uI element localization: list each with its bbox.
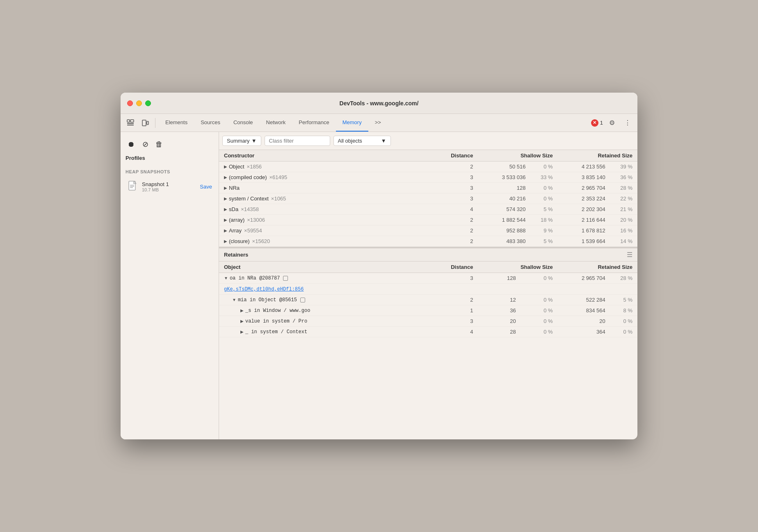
shallow-pct-cell: 0 % bbox=[527, 183, 557, 193]
retainer-distance: 3 bbox=[418, 273, 478, 284]
table-row[interactable]: ▶ (array) ×13006 2 1 882 544 18 % 2 116 … bbox=[219, 215, 637, 225]
list-item[interactable]: ▶ value in system / Pro 3 20 0 % 20 0 % bbox=[219, 316, 637, 327]
constructor-table-body: ▶ Object ×1856 2 50 516 0 % 4 213 556 39… bbox=[219, 161, 637, 247]
retainer-retained-pct: 0 % bbox=[607, 316, 637, 327]
error-badge[interactable]: ✕ 1 bbox=[591, 119, 603, 127]
retained-pct-cell: 16 % bbox=[607, 225, 637, 236]
expand-icon[interactable]: ▶ bbox=[224, 186, 227, 190]
constructor-name: system / Context bbox=[229, 196, 269, 202]
toolbar-separator bbox=[155, 118, 155, 128]
table-row[interactable]: ▶ (compiled code) ×61495 3 3 533 036 33 … bbox=[219, 172, 637, 183]
settings-icon[interactable]: ⚙ bbox=[605, 116, 619, 130]
more-icon[interactable]: ⋮ bbox=[621, 116, 634, 130]
sidebar: ⏺ ⊘ 🗑 Profiles HEAP SNAPSHOTS bbox=[121, 132, 219, 439]
list-item[interactable]: ▶ _ in system / Context 4 28 0 % 364 0 % bbox=[219, 327, 637, 337]
svg-rect-9 bbox=[130, 187, 133, 188]
expand-icon[interactable]: ▶ bbox=[240, 330, 244, 334]
retainer-object: mia in Object @85615 bbox=[238, 297, 297, 303]
devtools-window: DevTools - www.google.com/ Elements Sour… bbox=[121, 93, 637, 439]
expand-icon[interactable]: ▼ bbox=[232, 298, 236, 302]
shallow-size-cell: 3 533 036 bbox=[478, 172, 527, 183]
retainer-object-cell: ▶ value in system / Pro bbox=[219, 316, 418, 327]
memory-action-icons: ⏺ ⊘ 🗑 bbox=[126, 139, 214, 150]
constructor-cell: ▶ NRa bbox=[219, 183, 418, 193]
retained-size-cell: 2 965 704 bbox=[558, 183, 607, 193]
svg-rect-5 bbox=[147, 121, 148, 125]
table-row[interactable]: ▶ sDa ×14358 4 574 320 5 % 2 202 304 21 … bbox=[219, 204, 637, 215]
shallow-pct-cell: 5 % bbox=[527, 236, 557, 247]
close-button[interactable] bbox=[127, 100, 133, 106]
retainer-retained-pct: 8 % bbox=[607, 305, 637, 316]
constructor-table-header: Constructor Distance Shallow Size Retain… bbox=[219, 150, 637, 161]
expand-icon[interactable]: ▶ bbox=[224, 196, 227, 201]
shallow-size-cell: 483 380 bbox=[478, 236, 527, 247]
snapshot-name: Snapshot 1 bbox=[142, 181, 196, 187]
list-item[interactable]: ▼ oa in NRa @208787 3 128 0 % 2 965 704 … bbox=[219, 273, 637, 284]
expand-icon[interactable]: ▶ bbox=[224, 207, 227, 211]
constructor-name: (compiled code) bbox=[229, 174, 267, 180]
heap-snapshots-title: HEAP SNAPSHOTS bbox=[126, 169, 214, 174]
class-filter-input[interactable] bbox=[265, 136, 330, 146]
retainer-link[interactable]: gKe,sTsDMc,dtl0hd,eHDfl:856 bbox=[224, 286, 304, 292]
expand-icon[interactable]: ▶ bbox=[240, 319, 244, 323]
memory-toolbar: Summary ▼ All objects ▼ bbox=[219, 132, 637, 150]
retainers-header: Retainers ☰ bbox=[219, 248, 637, 261]
all-objects-dropdown[interactable]: All objects ▼ bbox=[333, 136, 391, 146]
device-icon[interactable] bbox=[139, 116, 152, 130]
snapshot-item[interactable]: Snapshot 1 10.7 MB Save bbox=[126, 177, 214, 196]
tab-console[interactable]: Console bbox=[227, 114, 260, 132]
constructor-cell: ▶ sDa ×14358 bbox=[219, 204, 418, 215]
retainer-shallow: 12 bbox=[478, 295, 517, 305]
tab-more[interactable]: >> bbox=[368, 114, 388, 132]
table-row[interactable]: ▶ system / Context ×1065 3 40 216 0 % 2 … bbox=[219, 193, 637, 204]
tab-elements[interactable]: Elements bbox=[159, 114, 194, 132]
table-row[interactable]: ▶ NRa 3 128 0 % 2 965 704 28 % bbox=[219, 183, 637, 193]
tab-memory[interactable]: Memory bbox=[336, 114, 368, 132]
retainer-distance: 2 bbox=[418, 295, 478, 305]
expand-icon[interactable]: ▶ bbox=[224, 228, 227, 233]
record-icon[interactable]: ⏺ bbox=[126, 139, 137, 150]
list-item[interactable]: gKe,sTsDMc,dtl0hd,eHDfl:856 bbox=[219, 284, 637, 295]
expand-icon[interactable]: ▶ bbox=[224, 239, 227, 243]
retained-size-cell: 2 202 304 bbox=[558, 204, 607, 215]
table-row[interactable]: ▶ Array ×59554 2 952 888 9 % 1 678 812 1… bbox=[219, 225, 637, 236]
shallow-size-cell: 128 bbox=[478, 183, 527, 193]
svg-rect-7 bbox=[130, 185, 134, 186]
constructor-cell: ▶ Array ×59554 bbox=[219, 225, 418, 236]
minimize-button[interactable] bbox=[136, 100, 142, 106]
svg-rect-8 bbox=[130, 186, 134, 187]
header-distance: Distance bbox=[418, 150, 478, 161]
summary-dropdown[interactable]: Summary ▼ bbox=[222, 136, 261, 146]
tab-network[interactable]: Network bbox=[260, 114, 292, 132]
list-item[interactable]: ▶ _s in Window / www.goo 1 36 0 % 834 56… bbox=[219, 305, 637, 316]
table-row[interactable]: ▶ Object ×1856 2 50 516 0 % 4 213 556 39… bbox=[219, 161, 637, 172]
retainer-retained: 20 bbox=[558, 316, 607, 327]
expand-icon[interactable]: ▶ bbox=[224, 175, 227, 180]
distance-cell: 2 bbox=[418, 161, 478, 172]
table-row[interactable]: ▶ (closure) ×15620 2 483 380 5 % 1 539 6… bbox=[219, 236, 637, 247]
retainers-menu-icon[interactable]: ☰ bbox=[627, 251, 632, 259]
ret-header-distance: Distance bbox=[418, 261, 478, 273]
delete-icon[interactable]: 🗑 bbox=[153, 139, 165, 150]
expand-icon[interactable]: ▶ bbox=[224, 164, 227, 169]
list-item[interactable]: ▼ mia in Object @85615 2 12 0 % 522 284 … bbox=[219, 295, 637, 305]
expand-icon[interactable]: ▶ bbox=[240, 308, 244, 313]
retainer-object-cell: ▼ oa in NRa @208787 bbox=[219, 273, 418, 284]
maximize-button[interactable] bbox=[145, 100, 151, 106]
retained-pct-cell: 36 % bbox=[607, 172, 637, 183]
snapshot-info: Snapshot 1 10.7 MB bbox=[142, 181, 196, 192]
expand-icon[interactable]: ▼ bbox=[224, 276, 228, 280]
object-icon bbox=[283, 276, 288, 281]
constructor-table: Constructor Distance Shallow Size Retain… bbox=[219, 150, 637, 247]
tab-sources[interactable]: Sources bbox=[194, 114, 227, 132]
distance-cell: 3 bbox=[418, 193, 478, 204]
clear-icon[interactable]: ⊘ bbox=[139, 139, 151, 150]
snapshot-save-button[interactable]: Save bbox=[200, 184, 212, 190]
summary-chevron-icon: ▼ bbox=[251, 138, 257, 144]
snapshot-size: 10.7 MB bbox=[142, 187, 196, 192]
retainer-shallow-pct: 0 % bbox=[518, 295, 558, 305]
constructor-count: ×1065 bbox=[271, 196, 286, 202]
tab-performance[interactable]: Performance bbox=[292, 114, 336, 132]
inspector-icon[interactable] bbox=[124, 116, 137, 130]
expand-icon[interactable]: ▶ bbox=[224, 218, 227, 222]
